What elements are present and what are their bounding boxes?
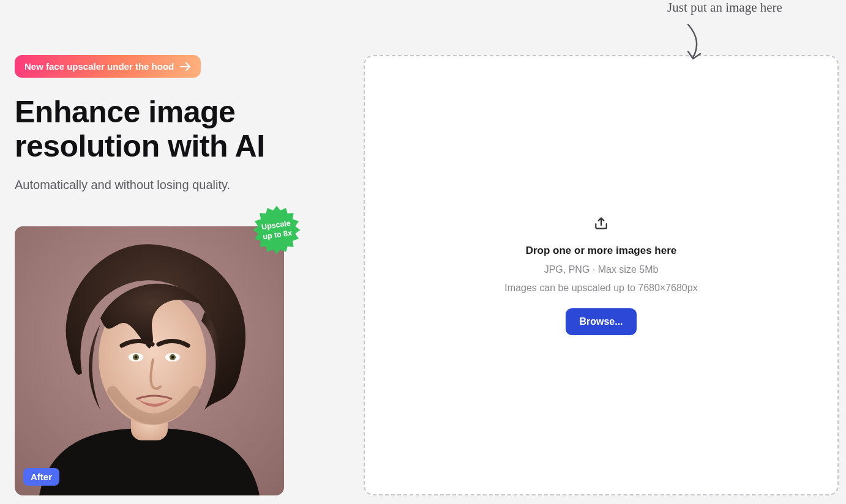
- browse-button[interactable]: Browse...: [566, 308, 636, 335]
- svg-point-8: [171, 356, 174, 358]
- preview-image: [15, 226, 284, 495]
- dropzone-title: Drop one or more images here: [526, 245, 677, 257]
- svg-point-7: [135, 356, 137, 358]
- dropzone-formats: JPG, PNG · Max size 5Mb: [544, 264, 659, 275]
- promo-label: New face upscaler under the hood: [24, 61, 174, 72]
- upscale-badge: Upscaleup to 8x: [251, 204, 302, 256]
- handwritten-note: Just put an image here: [645, 0, 804, 15]
- dropzone[interactable]: Drop one or more images here JPG, PNG · …: [364, 55, 839, 495]
- arrow-curve-icon: [681, 22, 715, 65]
- dropzone-limit: Images can be upscaled up to 7680×7680px: [504, 283, 697, 294]
- promo-pill[interactable]: New face upscaler under the hood: [15, 55, 201, 78]
- hero-title: Enhance image resolution with AI: [15, 95, 309, 163]
- after-label: After: [23, 468, 59, 486]
- upload-icon: [593, 215, 609, 234]
- hero-subtitle: Automatically and without losing quality…: [15, 178, 309, 192]
- arrow-right-icon: [180, 62, 191, 71]
